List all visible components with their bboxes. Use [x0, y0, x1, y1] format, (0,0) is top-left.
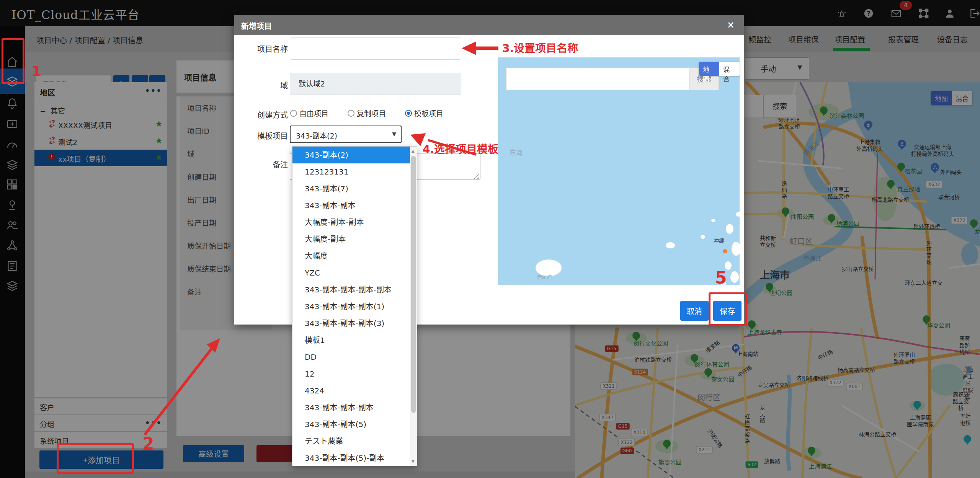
template-label: 模板项目 [242, 130, 288, 141]
modal-title: 新增项目 [241, 20, 272, 31]
modal-header[interactable]: 新增项目 × [234, 15, 744, 35]
map-label: 赤尾屿 [537, 274, 552, 280]
modal-map[interactable]: 东海冲绳赤尾屿 搜索 地图 混合 [498, 57, 740, 285]
annotation-number-1: 1 [31, 63, 41, 80]
dropdown-item[interactable]: 343-副本-副本 [292, 197, 410, 214]
template-select-value: 343-副本(2) [296, 130, 337, 140]
dropdown-item[interactable]: 343-副本(7) [292, 180, 410, 197]
scroll-up-icon[interactable]: ▲ [412, 149, 415, 153]
dropdown-item[interactable]: 大幅度-副本-副本 [292, 214, 410, 231]
dropdown-item[interactable]: 343-副本-副本(5)-副本 [292, 450, 410, 467]
dropdown-item[interactable]: 343-副本-副本-副本(1) [292, 298, 410, 315]
radio-复制项目[interactable]: 复制项目 [348, 108, 386, 118]
dropdown-item[interactable]: 12 [292, 365, 410, 382]
radio-label: 复制项目 [357, 108, 386, 118]
radio-circle-icon [290, 110, 297, 117]
radio-label: 模板项目 [414, 108, 443, 118]
dropdown-item[interactable]: 模板1 [292, 332, 410, 349]
modal-map-layer-toggle: 地图 混合 [699, 62, 740, 76]
dropdown-item[interactable]: 343-副本-副本-副本(3) [292, 315, 410, 332]
dropdown-item[interactable]: 343-副本-副本(5) [292, 416, 410, 433]
annotation-box-step5 [709, 292, 747, 326]
dropdown-item[interactable]: 大幅度 [292, 248, 410, 264]
remark-label: 备注 [242, 159, 288, 170]
dropdown-item[interactable]: 大幅度-副本 [292, 231, 410, 248]
annotation-box-step2 [57, 443, 134, 474]
radio-circle-icon [405, 110, 412, 117]
scrollbar-thumb[interactable] [411, 156, 416, 413]
modal-map-canvas [498, 57, 740, 285]
annotation-number-5: 5 [715, 268, 727, 287]
dropdown-item[interactable]: 343-副本(2) [292, 147, 410, 163]
modal-map-search-input[interactable] [506, 67, 689, 90]
layer-map-button[interactable]: 地图 [699, 62, 719, 76]
annotation-text-step3: 3.设置项目名称 [502, 40, 578, 55]
screen: IOT_Cloud工业云平台 ? 4 项目中心 / 项目配置 / 项目信息 频监… [0, 0, 980, 478]
dropdown-item[interactable]: DD [292, 349, 410, 365]
dropdown-item[interactable]: テスト農業 [292, 433, 410, 450]
cancel-button[interactable]: 取消 [680, 301, 709, 321]
dropdown-item[interactable]: 123123131 [292, 163, 410, 180]
radio-自由项目[interactable]: 自由项目 [290, 108, 328, 118]
annotation-number-2: 2 [142, 434, 154, 454]
layer-hybrid-button[interactable]: 混合 [719, 62, 740, 76]
close-icon[interactable]: × [727, 20, 735, 30]
domain-label: 域 [242, 80, 288, 91]
name-label: 项目名称 [242, 43, 288, 54]
map-marker-orange [723, 249, 727, 253]
create-mode-label: 创建方式 [242, 109, 288, 120]
map-label: 冲绳 [714, 238, 724, 245]
dropdown-scrollbar[interactable]: ▲ ▼ [410, 147, 417, 466]
annotation-text-step4: 4.选择项目模板 [423, 141, 498, 156]
annotation-box-step1 [2, 38, 24, 84]
dropdown-item[interactable]: 343-副本-副本-副本 [292, 399, 410, 416]
dropdown-item[interactable]: YZC [292, 264, 410, 281]
radio-模板项目[interactable]: 模板项目 [405, 108, 443, 118]
map-label: 东海 [510, 149, 523, 157]
template-select[interactable]: 343-副本(2) ▼ [290, 126, 402, 143]
project-name-input[interactable] [290, 38, 461, 60]
dropdown-item[interactable]: 4324 [292, 382, 410, 399]
dropdown-item[interactable]: 343-副本-副本-副本-副本 [292, 281, 410, 298]
template-dropdown-list: 343-副本(2)123123131343-副本(7)343-副本-副本大幅度-… [292, 146, 417, 466]
domain-field: 默认域2 [290, 73, 461, 95]
chevron-down-icon: ▼ [392, 131, 396, 137]
radio-circle-icon [348, 110, 354, 117]
radio-label: 自由项目 [299, 108, 328, 118]
scroll-down-icon[interactable]: ▼ [412, 459, 415, 463]
